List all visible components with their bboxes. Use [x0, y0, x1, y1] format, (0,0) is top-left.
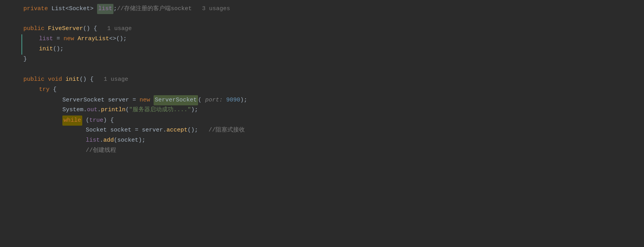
code-line: } [0, 55, 644, 65]
code-line: list.add(socket); [0, 136, 644, 146]
code-line: try { [0, 85, 644, 95]
code-line: init(); [0, 44, 644, 55]
code-editor: private List<Socket> list;//存储注册的客户端sock… [0, 0, 644, 247]
code-line [0, 65, 644, 75]
code-line: public void init() { 1 usage [0, 75, 644, 85]
code-line: private List<Socket> list;//存储注册的客户端sock… [0, 4, 644, 14]
code-line: public FiveServer() { 1 usage [0, 24, 644, 34]
code-line: Socket socket = server.accept(); //阻塞式接收 [0, 126, 644, 136]
code-line: ServerSocket server = new ServerSocket( … [0, 95, 644, 105]
code-line: list = new ArrayList<>(); [0, 34, 644, 44]
code-line: //创建线程 [0, 146, 644, 156]
code-line: System.out.println("服务器启动成功...."); [0, 105, 644, 116]
code-line [0, 14, 644, 24]
code-line: while (true) { [0, 116, 644, 126]
